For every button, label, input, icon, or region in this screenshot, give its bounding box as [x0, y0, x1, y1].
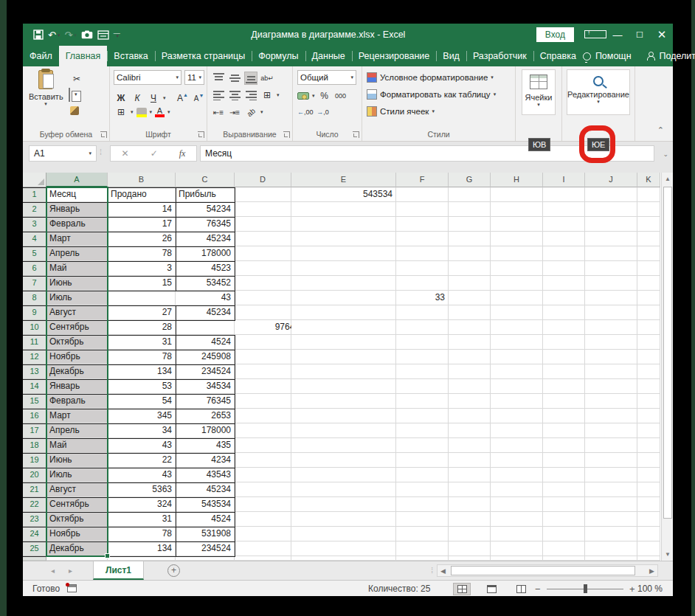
accounting-dropdown-icon[interactable]: ▾ [312, 93, 315, 99]
fill-color-button[interactable] [136, 108, 147, 117]
cell-E6[interactable] [291, 261, 396, 276]
cell-K8[interactable] [637, 291, 660, 305]
cell-J19[interactable] [585, 453, 637, 468]
column-header-I[interactable]: I [543, 173, 585, 187]
cell-A16[interactable]: Март [46, 409, 108, 423]
number-format-combo[interactable]: Общий▾ [297, 70, 356, 85]
row-header-24[interactable]: 24 [23, 527, 46, 541]
cell-C2[interactable]: 54234 [176, 202, 235, 217]
cell-G18[interactable] [449, 438, 491, 453]
cell-H19[interactable] [491, 453, 543, 468]
cancel-entry-icon[interactable]: ✕ [122, 148, 129, 159]
decrease-decimal-button[interactable]: →,0 [317, 105, 330, 119]
cell-E16[interactable] [291, 409, 396, 423]
cell-K21[interactable] [637, 482, 660, 497]
cell-K4[interactable] [637, 232, 660, 246]
cell-G14[interactable] [449, 379, 491, 394]
font-color-dropdown-icon[interactable]: ▾ [167, 109, 170, 115]
cell-B17[interactable]: 34 [108, 423, 176, 438]
cell-F10[interactable] [396, 320, 449, 335]
cell-J8[interactable] [585, 291, 637, 305]
column-header-A[interactable]: A [46, 173, 108, 187]
cell-K2[interactable] [637, 202, 660, 217]
cell-E22[interactable] [291, 497, 396, 512]
cell-C23[interactable]: 4524 [176, 512, 235, 527]
cell-J7[interactable] [585, 276, 637, 291]
cell-H9[interactable] [491, 305, 543, 320]
zoom-out-button[interactable]: − [535, 584, 541, 595]
cell-A23[interactable]: Октябрь [46, 512, 108, 527]
cell-C17[interactable]: 178000 [176, 423, 235, 438]
cell-C25[interactable]: 234524 [176, 541, 235, 556]
cell-F20[interactable] [396, 468, 449, 482]
sign-in-button[interactable]: Вход [536, 27, 574, 42]
cell-G15[interactable] [449, 394, 491, 409]
cell-H15[interactable] [491, 394, 543, 409]
cell-F22[interactable] [396, 497, 449, 512]
cell-J24[interactable] [585, 527, 637, 541]
cell-I23[interactable] [543, 512, 585, 527]
cell-J10[interactable] [585, 320, 637, 335]
cell-G2[interactable] [449, 202, 491, 217]
copy-button[interactable]: ▾ [69, 89, 73, 102]
cell-E10[interactable] [291, 320, 396, 335]
row-header-25[interactable]: 25 [23, 541, 46, 556]
collapse-ribbon-icon[interactable]: ⌃ [657, 125, 664, 135]
cell-I5[interactable] [543, 246, 585, 261]
orientation-dropdown-icon[interactable]: ▾ [260, 109, 263, 115]
cell-D15[interactable] [235, 394, 291, 409]
cell-J9[interactable] [585, 305, 637, 320]
cell-I10[interactable] [543, 320, 585, 335]
cell-H12[interactable] [491, 350, 543, 364]
cell-F12[interactable] [396, 350, 449, 364]
minimize-button[interactable]: — [606, 30, 629, 41]
cell-I20[interactable] [543, 468, 585, 482]
cell-D20[interactable] [235, 468, 291, 482]
tab-formulas[interactable]: Формулы [252, 46, 305, 66]
cell-K19[interactable] [637, 453, 660, 468]
cell-C13[interactable]: 234524 [176, 364, 235, 379]
format-as-table-button[interactable]: Форматировать как таблицу▾ [367, 89, 496, 100]
underline-button[interactable]: Ч [147, 91, 160, 105]
tab-scroll-splitter[interactable]: ⁞ [431, 567, 432, 575]
cell-C15[interactable]: 76345 [176, 394, 235, 409]
tab-file[interactable]: Файл [23, 46, 59, 66]
cell-E5[interactable] [291, 246, 396, 261]
alignment-dialog-launcher[interactable] [283, 131, 290, 138]
cell-C19[interactable]: 4234 [176, 453, 235, 468]
cell-G25[interactable] [449, 541, 491, 556]
cell-A12[interactable]: Ноябрь [46, 350, 108, 364]
cell-E7[interactable] [291, 276, 396, 291]
zoom-slider-thumb[interactable] [584, 584, 587, 593]
name-box[interactable]: A1▾ [29, 145, 97, 162]
cell-H3[interactable] [491, 217, 543, 232]
column-header-K[interactable]: K [637, 173, 660, 187]
cell-H25[interactable] [491, 541, 543, 556]
cell-J25[interactable] [585, 541, 637, 556]
cell-I9[interactable] [543, 305, 585, 320]
cell-I16[interactable] [543, 409, 585, 423]
cell-D24[interactable] [235, 527, 291, 541]
cell-D2[interactable] [235, 202, 291, 217]
cell-H16[interactable] [491, 409, 543, 423]
cell-J2[interactable] [585, 202, 637, 217]
cell-H23[interactable] [491, 512, 543, 527]
cell-H8[interactable] [491, 291, 543, 305]
cell-A24[interactable]: Ноябрь [46, 527, 108, 541]
formula-input[interactable]: Месяц [200, 145, 654, 162]
cell-I25[interactable] [543, 541, 585, 556]
cell-J5[interactable] [585, 246, 637, 261]
row-header-13[interactable]: 13 [23, 364, 46, 379]
zoom-in-button[interactable]: + [629, 584, 635, 595]
redo-dropdown-icon[interactable]: ▾ [74, 32, 77, 38]
cell-A2[interactable]: Январь [46, 202, 108, 217]
cell-C24[interactable]: 531908 [176, 527, 235, 541]
cell-H22[interactable] [491, 497, 543, 512]
cell-G6[interactable] [449, 261, 491, 276]
cell-G11[interactable] [449, 335, 491, 350]
row-header-9[interactable]: 9 [23, 305, 46, 320]
cell-D18[interactable] [235, 438, 291, 453]
cell-I11[interactable] [543, 335, 585, 350]
increase-decimal-button[interactable]: ←,00 [297, 105, 314, 119]
cell-B19[interactable]: 22 [108, 453, 176, 468]
